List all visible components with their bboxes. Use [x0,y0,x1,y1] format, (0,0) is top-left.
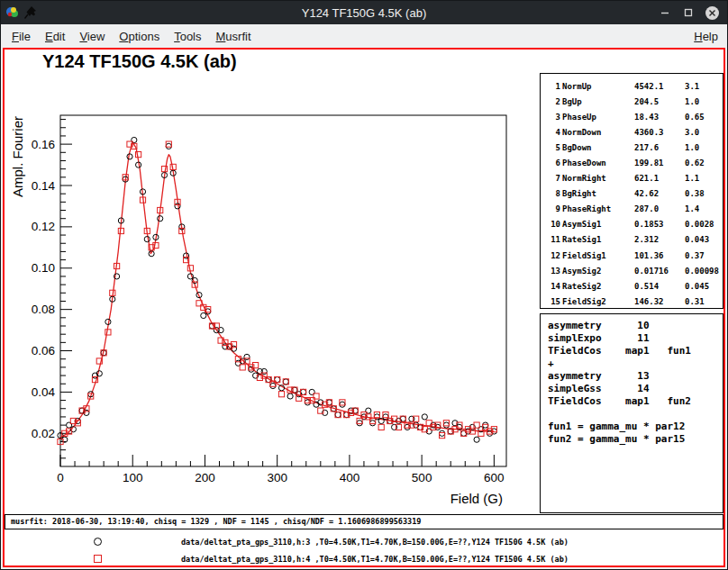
param-idx: 15 [546,297,562,306]
param-idx: 14 [546,282,562,291]
param-pval: 42.62 [634,189,685,198]
theory-line [548,408,723,421]
param-pval: 199.81 [634,158,685,167]
y-axis-title: Ampl. Fourier [10,116,25,197]
param-pval: 101.36 [634,251,685,260]
param-idx: 5 [546,143,562,152]
legend-run-text: data/deltat_pta_gps_3110,h:4 ,T0=4.50K,T… [181,555,569,564]
param-perr: 3.0 [685,128,719,137]
menu-musrfit[interactable]: Musrfit [209,27,259,46]
param-row: 6PhaseDown199.810.62 [541,155,723,170]
close-button[interactable] [704,5,720,21]
param-row: 15FieldSig2146.320.31 [541,294,723,309]
param-row: 9PhaseRight287.01.4 [541,202,723,217]
param-row: 4NormDown4360.33.0 [541,124,723,140]
param-idx: 6 [546,158,562,167]
param-perr: 1.0 [685,143,719,152]
param-pval: 4360.3 [634,128,685,137]
root-canvas[interactable]: Y124 TF150G 4.5K (ab) 010020030040050060… [3,48,725,567]
param-pval: 287.0 [634,204,685,213]
param-pval: 2.312 [634,235,685,244]
svg-text:0.04: 0.04 [32,385,56,399]
param-perr: 0.38 [685,189,719,198]
svg-text:0.02: 0.02 [32,427,55,440]
param-pname: NormDown [562,128,634,137]
param-idx: 2 [546,97,562,106]
param-idx: 11 [546,235,562,244]
theory-line: simpleGss 14 [548,383,723,395]
param-idx: 10 [546,220,562,229]
param-idx: 3 [546,113,562,122]
svg-text:600: 600 [484,471,505,484]
menu-options[interactable]: Options [112,27,167,46]
fourier-chart[interactable]: 01002003004005006000.020.040.060.080.100… [5,50,545,511]
svg-text:0.10: 0.10 [32,261,55,275]
svg-text:400: 400 [340,471,360,484]
param-pname: BgUp [562,97,634,106]
minimize-button[interactable] [657,5,673,21]
theory-line: asymmetry 13 [548,370,723,383]
theory-line: + [548,357,723,370]
svg-text:500: 500 [412,471,432,484]
legend-entry-1: data/deltat_pta_gps_3110,h:3 ,T0=4.50K,T… [5,533,723,550]
param-perr: 0.043 [685,235,719,244]
param-idx: 12 [546,251,562,260]
param-perr: 0.62 [685,158,719,167]
param-row: 7NormRight621.11.1 [541,171,723,186]
svg-text:0.08: 0.08 [32,303,55,316]
param-idx: 4 [546,128,562,137]
menu-edit[interactable]: Edit [38,27,72,46]
param-pval: 0.1853 [634,220,685,229]
param-idx: 7 [546,174,562,183]
fit-info-text: musrfit: 2018-06-30, 13:19:40, chisq = 1… [11,517,421,526]
param-pval: 4542.1 [634,82,685,91]
param-perr: 0.37 [685,251,719,260]
x-axis-title: Field (G) [450,491,503,506]
param-pval: 18.43 [634,113,685,122]
menu-file[interactable]: File [5,27,38,46]
param-pname: BgDown [562,143,634,152]
titlebar[interactable]: Y124 TF150G 4.5K (ab) [1,1,727,24]
param-perr: 3.1 [685,82,719,91]
param-pval: 621.1 [634,174,685,183]
svg-text:200: 200 [195,471,215,484]
param-row: 11RateSig12.3120.043 [541,232,723,248]
param-pname: NormUp [562,82,634,91]
svg-text:300: 300 [267,471,287,484]
param-pval: 0.01716 [634,267,685,276]
menubar: FileEditViewOptionsToolsMusrfit Help [1,24,727,48]
app-icon [5,5,20,20]
param-pname: PhaseRight [562,204,634,213]
theory-pad[interactable]: asymmetry 10simplExpo 11TFieldCos map1 f… [540,313,723,513]
svg-text:0.12: 0.12 [32,220,55,233]
param-pname: PhaseUp [562,113,634,122]
param-perr: 0.045 [685,282,719,291]
param-pval: 146.32 [634,297,685,306]
param-perr: 0.65 [685,113,719,122]
param-pval: 0.514 [634,282,685,291]
param-pname: FieldSig1 [562,251,634,260]
svg-text:0.14: 0.14 [32,179,56,193]
param-idx: 1 [546,82,562,91]
param-row: 5BgDown217.61.0 [541,140,723,155]
menu-view[interactable]: View [72,27,112,46]
parameter-pad[interactable]: 1NormUp4542.13.12BgUp204.51.03PhaseUp18.… [540,73,723,309]
param-idx: 8 [546,189,562,198]
menu-tools[interactable]: Tools [167,27,208,46]
theory-line: asymmetry 10 [548,320,723,332]
param-pval: 204.5 [634,97,685,106]
param-row: 1NormUp4542.13.1 [541,78,723,94]
param-row: 10AsymSig10.18530.0028 [541,217,723,232]
param-row: 13AsymSig20.017160.00098 [541,263,723,278]
param-row: 14RateSig20.5140.045 [541,278,723,294]
param-pname: RateSig2 [562,282,634,291]
menu-help[interactable]: Help [687,27,727,46]
app-window: Y124 TF150G 4.5K (ab) FileEditViewOption… [0,0,728,570]
param-perr: 1.1 [685,174,719,183]
pin-icon[interactable] [23,5,38,20]
legend-run-text: data/deltat_pta_gps_3110,h:3 ,T0=4.50K,T… [181,538,569,547]
param-pval: 217.6 [634,143,685,152]
param-pname: BgRight [562,189,634,198]
param-pname: AsymSig2 [562,267,634,276]
maximize-button[interactable] [680,5,696,21]
